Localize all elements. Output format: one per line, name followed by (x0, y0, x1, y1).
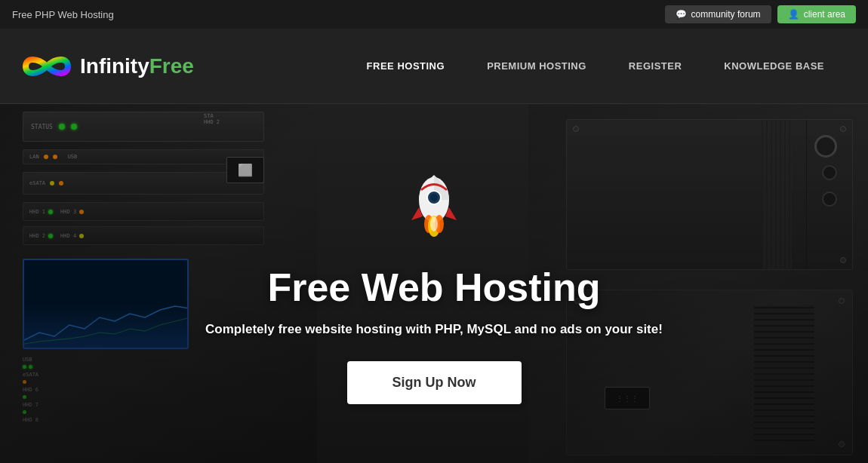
topbar-buttons: 💬 community forum 👤 client area (665, 5, 856, 23)
navbar: InfinityFree FREE HOSTING PREMIUM HOSTIN… (0, 29, 868, 104)
hero-section: STATUS STAHHD 2 LAN USB eSATA (0, 104, 868, 463)
logo-text: InfinityFree (80, 54, 194, 78)
nav-knowledge-base[interactable]: KNOWLEDGE BASE (703, 60, 845, 72)
community-forum-button[interactable]: 💬 community forum (665, 5, 771, 23)
logo[interactable]: InfinityFree (23, 42, 194, 90)
logo-icon (23, 42, 71, 90)
client-area-button[interactable]: 👤 client area (777, 5, 856, 23)
topbar-title: Free PHP Web Hosting (12, 9, 114, 20)
svg-point-2 (430, 194, 438, 201)
hero-title: Free Web Hosting (205, 265, 663, 310)
chat-icon: 💬 (676, 9, 687, 20)
user-icon: 👤 (788, 9, 799, 20)
top-bar: Free PHP Web Hosting 💬 community forum 👤… (0, 0, 868, 29)
signup-button[interactable]: Sign Up Now (347, 361, 522, 404)
nav-register[interactable]: REGISTER (608, 60, 703, 72)
hero-subtitle: Completely free website hosting with PHP… (205, 322, 663, 337)
hero-content: Free Web Hosting Completely free website… (190, 149, 678, 419)
svg-point-6 (430, 216, 438, 232)
nav-premium-hosting[interactable]: PREMIUM HOSTING (466, 60, 608, 72)
rocket-icon (392, 164, 476, 247)
nav-free-hosting[interactable]: FREE HOSTING (346, 60, 466, 72)
nav-links: FREE HOSTING PREMIUM HOSTING REGISTER KN… (346, 60, 845, 72)
